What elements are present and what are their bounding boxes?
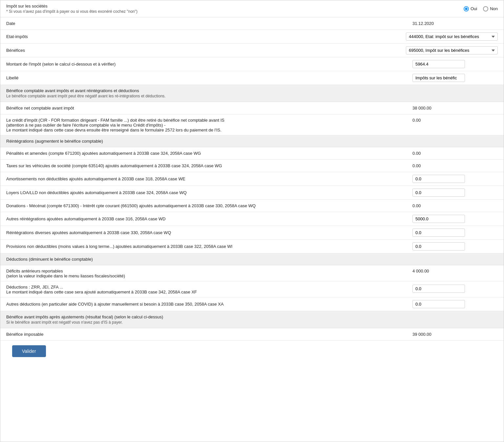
benefice-imposable-section-subtitle: Si le bénéfice avant impôt est négatif v… xyxy=(6,320,498,325)
reintegration-row-4: Donations - Mécénat (compte 671300) - In… xyxy=(0,200,504,212)
deduction-row-2: Autres déductions (en particulier aide C… xyxy=(0,297,504,311)
reintegration-label-2: Amortissements non déductibles ajoutés a… xyxy=(6,176,412,181)
page: Impôt sur les sociétés * Si vous n'avez … xyxy=(0,0,504,442)
oui-label: Oui xyxy=(471,6,477,11)
header-title: Impôt sur les sociétés xyxy=(6,4,464,9)
credit-impot-row: Le crédit d'impôt (CIR - FOR formation d… xyxy=(0,114,504,135)
reintegration-value-4: 0.00 xyxy=(412,203,498,208)
reintegration-row-3: Loyers LOA/LLD non déductibles ajoutés a… xyxy=(0,186,504,200)
deduction-row-1: Déductions : ZRR, JEI, ZFA ...Le montant… xyxy=(0,281,504,297)
benefice-imposable-label: Bénéfice imposable xyxy=(6,332,412,337)
benefice-section-subtitle: Le bénéfice comptable avant impôt peut ê… xyxy=(6,94,498,98)
reintegration-row-5: Autres réintégrations ajoutées automatiq… xyxy=(0,212,504,226)
credit-impot-label: Le crédit d'impôt (CIR - FOR formation d… xyxy=(6,117,412,132)
non-radio-option[interactable]: Non xyxy=(483,6,498,11)
benefices-select[interactable]: 695000, Impôt sur les bénéfices xyxy=(406,46,498,54)
etat-impots-select[interactable]: 444000, Etat: impôt sur les bénéfices xyxy=(406,32,498,41)
oui-non-radio-group: Oui Non xyxy=(464,6,498,11)
reintegration-value-0: 0.00 xyxy=(412,151,498,156)
non-radio-circle[interactable] xyxy=(483,6,488,11)
reintegration-row-2: Amortissements non déductibles ajoutés a… xyxy=(0,172,504,186)
date-value: 31.12.2020 xyxy=(412,21,498,26)
reintegrations-section-title: Réintégrations (augmentent le bénéfice c… xyxy=(6,139,498,144)
deduction-input-2[interactable] xyxy=(412,300,465,308)
reintegration-label-5: Autres réintégrations ajoutées automatiq… xyxy=(6,216,412,221)
deductions-section-title: Déductions (diminuent le bénéfice compta… xyxy=(6,257,498,262)
etat-impots-label: Etat-impôts xyxy=(6,34,406,39)
deduction-input-1[interactable] xyxy=(412,285,465,293)
libelle-input[interactable] xyxy=(412,74,465,82)
deduction-label-2: Autres déductions (en particulier aide C… xyxy=(6,302,412,307)
deductions-rows: Déficits antérieurs reportables(selon la… xyxy=(0,265,504,311)
reintegration-row-6: Réintégrations diverses ajoutées automat… xyxy=(0,226,504,240)
deduction-value-2[interactable] xyxy=(412,300,498,308)
reintegration-value-5[interactable] xyxy=(412,215,498,223)
header-subtitle: * Si vous n'avez pas d'impôt à payer ou … xyxy=(6,9,464,14)
date-row: Date 31.12.2020 xyxy=(0,17,504,30)
montant-value xyxy=(412,60,498,68)
reintegrations-gray-section: Réintégrations (augmentent le bénéfice c… xyxy=(0,135,504,147)
reintegration-value-3[interactable] xyxy=(412,189,498,197)
benefice-net-row: Bénéfice net comptable avant impôt 38 00… xyxy=(0,102,504,114)
reintegration-row-1: Taxes sur les véhicules de société (comp… xyxy=(0,160,504,172)
benefice-imposable-row: Bénéfice imposable 39 000.00 xyxy=(0,328,504,341)
reintegration-row-7: Provisions non déductibles (moins values… xyxy=(0,240,504,253)
reintegration-label-0: Pénalités et amendes (compte 671200) ajo… xyxy=(6,151,412,156)
deduction-value-0: 4 000.00 xyxy=(412,268,498,273)
deduction-label-0: Déficits antérieurs reportables(selon la… xyxy=(6,268,412,278)
reintegration-label-3: Loyers LOA/LLD non déductibles ajoutés a… xyxy=(6,190,412,195)
libelle-label: Libellé xyxy=(6,75,412,80)
header-left: Impôt sur les sociétés * Si vous n'avez … xyxy=(6,4,464,14)
deduction-row-0: Déficits antérieurs reportables(selon la… xyxy=(0,265,504,281)
reintegration-row-0: Pénalités et amendes (compte 671200) ajo… xyxy=(0,147,504,160)
benefice-section-title: Bénéfice comptable avant impôts et avant… xyxy=(6,88,498,93)
deduction-label-1: Déductions : ZRR, JEI, ZFA ...Le montant… xyxy=(6,284,412,294)
reintegration-input-7[interactable] xyxy=(412,242,465,251)
benefice-net-label: Bénéfice net comptable avant impôt xyxy=(6,106,412,110)
reintegration-label-6: Réintégrations diverses ajoutées automat… xyxy=(6,230,412,235)
valider-container: Valider xyxy=(0,341,504,368)
valider-button[interactable]: Valider xyxy=(12,345,46,357)
montant-label: Montant de l'impôt (selon le calcul ci-d… xyxy=(6,62,412,67)
non-label: Non xyxy=(490,6,498,11)
reintegration-value-7[interactable] xyxy=(412,242,498,251)
reintegration-label-4: Donations - Mécénat (compte 671300) - In… xyxy=(6,203,412,208)
etat-impots-row: Etat-impôts 444000, Etat: impôt sur les … xyxy=(0,30,504,44)
benefice-imposable-value: 39 000.00 xyxy=(412,332,498,337)
reintegration-input-5[interactable] xyxy=(412,215,465,223)
libelle-row: Libellé xyxy=(0,71,504,85)
reintegration-input-6[interactable] xyxy=(412,229,465,237)
benefice-imposable-gray-section: Bénéfice avant impôts après ajustements … xyxy=(0,311,504,328)
montant-input[interactable] xyxy=(412,60,465,68)
reintegration-input-2[interactable] xyxy=(412,175,465,183)
reintegration-value-1: 0.00 xyxy=(412,163,498,168)
reintegration-label-7: Provisions non déductibles (moins values… xyxy=(6,244,412,249)
reintegration-label-1: Taxes sur les véhicules de société (comp… xyxy=(6,163,412,168)
deductions-gray-section: Déductions (diminuent le bénéfice compta… xyxy=(0,253,504,265)
impot-header: Impôt sur les sociétés * Si vous n'avez … xyxy=(0,0,504,17)
reintegration-input-3[interactable] xyxy=(412,189,465,197)
benefices-label: Bénéfices xyxy=(6,48,406,53)
reintegration-value-2[interactable] xyxy=(412,175,498,183)
reintegration-value-6[interactable] xyxy=(412,229,498,237)
date-label: Date xyxy=(6,21,412,26)
oui-radio-circle[interactable] xyxy=(464,6,469,11)
benefices-row: Bénéfices 695000, Impôt sur les bénéfice… xyxy=(0,44,504,57)
benefices-value: 695000, Impôt sur les bénéfices xyxy=(406,46,498,54)
montant-row: Montant de l'impôt (selon le calcul ci-d… xyxy=(0,57,504,71)
credit-impot-value: 0.00 xyxy=(412,117,498,123)
benefice-net-value: 38 000.00 xyxy=(412,106,498,110)
libelle-value xyxy=(412,74,498,82)
benefice-gray-section: Bénéfice comptable avant impôts et avant… xyxy=(0,85,504,102)
oui-radio-option[interactable]: Oui xyxy=(464,6,477,11)
etat-impots-value: 444000, Etat: impôt sur les bénéfices xyxy=(406,32,498,41)
reintegrations-rows: Pénalités et amendes (compte 671200) ajo… xyxy=(0,147,504,253)
deduction-value-1[interactable] xyxy=(412,284,498,293)
benefice-imposable-section-title: Bénéfice avant impôts après ajustements … xyxy=(6,314,498,319)
